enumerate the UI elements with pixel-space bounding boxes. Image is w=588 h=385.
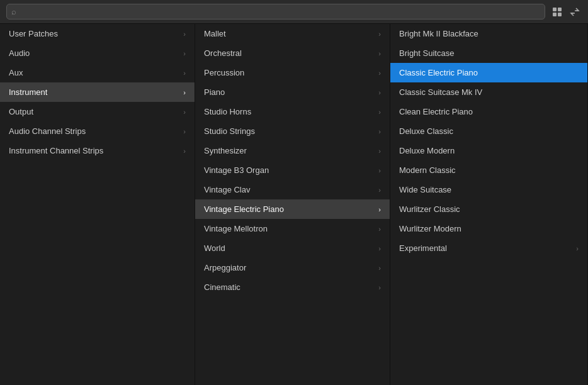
list-item[interactable]: Instrument Channel Strips› — [0, 141, 195, 160]
chevron-icon: › — [183, 30, 186, 38]
list-item[interactable]: Audio› — [0, 43, 195, 63]
item-label: Audio Channel Strips — [9, 126, 86, 136]
item-label: Wurlitzer Modern — [399, 224, 461, 233]
chevron-icon: › — [378, 108, 381, 116]
grid-icon[interactable] — [550, 5, 564, 19]
item-label: User Patches — [9, 29, 58, 38]
list-item[interactable]: Studio Horns› — [195, 102, 390, 121]
list-item[interactable]: Vintage Electric Piano› — [195, 199, 390, 219]
chevron-icon: › — [378, 69, 381, 77]
list-item[interactable]: Piano› — [195, 82, 390, 102]
collapse-icon[interactable] — [568, 5, 582, 19]
list-item[interactable]: World› — [195, 238, 390, 258]
list-item[interactable]: Arpeggiator› — [195, 258, 390, 277]
list-item[interactable]: Vintage B3 Organ› — [195, 160, 390, 180]
chevron-icon: › — [378, 284, 381, 291]
item-label: Arpeggiator — [204, 263, 246, 272]
item-label: Synthesizer — [204, 146, 247, 155]
list-item[interactable]: Modern Classic — [390, 160, 587, 180]
item-label: Instrument — [9, 87, 47, 97]
svg-rect-2 — [553, 13, 557, 16]
item-label: Piano — [204, 87, 225, 97]
chevron-icon: › — [378, 89, 381, 96]
chevron-icon: › — [183, 128, 186, 135]
chevron-icon: › — [576, 245, 579, 252]
item-label: Vintage B3 Organ — [204, 165, 269, 175]
list-item[interactable]: Wurlitzer Classic — [390, 199, 587, 219]
col-subcategories: Mallet›Orchestral›Percussion›Piano›Studi… — [195, 24, 390, 385]
item-label: Studio Horns — [204, 107, 251, 116]
list-item[interactable]: Cinematic› — [195, 277, 390, 297]
col-categories: User Patches›Audio›Aux›Instrument›Output… — [0, 24, 195, 385]
item-label: Vintage Mellotron — [204, 224, 268, 233]
svg-rect-0 — [553, 8, 557, 11]
item-label: Wide Suitcase — [399, 185, 451, 194]
list-item[interactable]: Wide Suitcase — [390, 180, 587, 199]
list-item[interactable]: Deluxe Classic — [390, 121, 587, 141]
list-item[interactable]: Aux› — [0, 63, 195, 82]
item-label: Bright Mk II Blackface — [399, 29, 478, 38]
list-item[interactable]: Instrument› — [0, 82, 195, 102]
list-item[interactable]: Bright Mk II Blackface — [390, 24, 587, 43]
chevron-icon: › — [378, 206, 381, 213]
item-label: Bright Suitcase — [399, 48, 454, 58]
columns: User Patches›Audio›Aux›Instrument›Output… — [0, 24, 588, 385]
item-label: Deluxe Modern — [399, 146, 455, 155]
list-item[interactable]: User Patches› — [0, 24, 195, 43]
item-label: Vintage Electric Piano — [204, 204, 284, 214]
chevron-icon: › — [378, 30, 381, 38]
list-item[interactable]: Bright Suitcase — [390, 43, 587, 63]
col-presets: Bright Mk II BlackfaceBright SuitcaseCla… — [390, 24, 588, 385]
item-label: Output — [9, 107, 33, 116]
item-label: Classic Electric Piano — [399, 68, 478, 77]
item-label: Vintage Clav — [204, 185, 250, 194]
item-label: Cinematic — [204, 282, 240, 292]
list-item[interactable]: Classic Suitcase Mk IV — [390, 82, 587, 102]
item-label: Wurlitzer Classic — [399, 204, 460, 214]
chevron-icon: › — [378, 225, 381, 233]
item-label: Mallet — [204, 29, 226, 38]
search-input[interactable] — [6, 4, 545, 20]
list-item[interactable]: Percussion› — [195, 63, 390, 82]
chevron-icon: › — [378, 186, 381, 194]
item-label: Aux — [9, 68, 23, 77]
toolbar-icons — [550, 5, 582, 19]
svg-rect-1 — [558, 8, 562, 11]
chevron-icon: › — [183, 108, 186, 116]
chevron-icon: › — [378, 264, 381, 272]
chevron-icon: › — [183, 147, 186, 155]
svg-rect-3 — [558, 13, 562, 16]
chevron-icon: › — [378, 147, 381, 155]
item-label: Percussion — [204, 68, 244, 77]
list-item[interactable]: Orchestral› — [195, 43, 390, 63]
search-bar: ⌕ — [0, 0, 588, 24]
search-input-wrap: ⌕ — [6, 4, 545, 20]
list-item[interactable]: Clean Electric Piano — [390, 102, 587, 121]
chevron-icon: › — [378, 128, 381, 135]
item-label: World — [204, 243, 225, 253]
list-item[interactable]: Vintage Mellotron› — [195, 219, 390, 238]
item-label: Instrument Channel Strips — [9, 146, 103, 155]
chevron-icon: › — [378, 50, 381, 57]
list-item[interactable]: Synthesizer› — [195, 141, 390, 160]
item-label: Classic Suitcase Mk IV — [399, 87, 482, 97]
item-label: Clean Electric Piano — [399, 107, 473, 116]
list-item[interactable]: Wurlitzer Modern — [390, 219, 587, 238]
list-item[interactable]: Experimental› — [390, 238, 587, 258]
item-label: Experimental — [399, 243, 447, 253]
list-item[interactable]: Classic Electric Piano — [390, 63, 587, 82]
list-item[interactable]: Output› — [0, 102, 195, 121]
list-item[interactable]: Mallet› — [195, 24, 390, 43]
list-item[interactable]: Audio Channel Strips› — [0, 121, 195, 141]
item-label: Deluxe Classic — [399, 126, 453, 136]
chevron-icon: › — [378, 167, 381, 174]
list-item[interactable]: Vintage Clav› — [195, 180, 390, 199]
item-label: Orchestral — [204, 48, 242, 58]
item-label: Audio — [9, 48, 30, 58]
item-label: Studio Strings — [204, 126, 255, 136]
chevron-icon: › — [378, 245, 381, 252]
chevron-icon: › — [183, 50, 186, 57]
item-label: Modern Classic — [399, 165, 456, 175]
list-item[interactable]: Deluxe Modern — [390, 141, 587, 160]
list-item[interactable]: Studio Strings› — [195, 121, 390, 141]
